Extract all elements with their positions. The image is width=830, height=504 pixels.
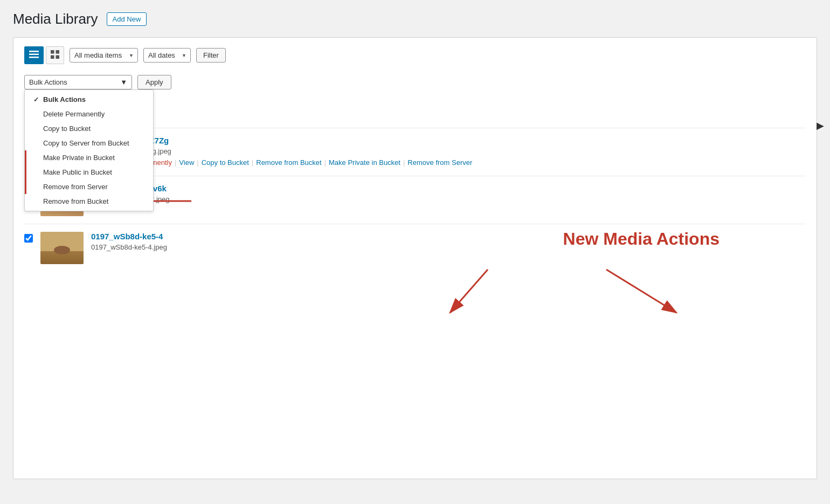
media-actions-0199: Edit | Delete Permanently | View | Copy … <box>91 158 798 167</box>
svg-rect-4 <box>56 50 60 54</box>
svg-rect-1 <box>29 54 39 56</box>
svg-line-9 <box>606 270 676 313</box>
date-filter-select[interactable]: All dates <box>143 48 191 63</box>
media-filename-0199: 0199_xlAmGyZE7Zg.jpeg <box>91 147 798 155</box>
media-item-checkbox-0197[interactable] <box>24 234 33 243</box>
chevron-down-icon: ▼ <box>120 78 127 86</box>
filter-button[interactable]: Filter <box>196 48 226 63</box>
media-title-0198[interactable]: 0198_YoadQb46v6k <box>91 184 806 193</box>
svg-rect-3 <box>51 50 54 54</box>
media-action-make-private-0199[interactable]: Make Private in Bucket <box>329 158 400 167</box>
media-filter-wrap: All media items <box>70 48 138 63</box>
media-filename-partial: ...njag.jpeg <box>91 112 806 120</box>
bulk-action-item-remove-from-bucket[interactable]: Remove from Bucket <box>25 194 153 209</box>
add-new-button[interactable]: Add New <box>107 12 147 26</box>
bulk-actions-dropdown: Bulk Actions Delete Permanently Copy to … <box>24 89 154 211</box>
media-item-0197: 0197_wSb8d-ke5-4 0197_wSb8d-ke5-4.jpeg <box>24 224 806 272</box>
bulk-action-item-remove-from-server[interactable]: Remove from Server <box>25 179 153 194</box>
media-action-remove-from-server-0199[interactable]: Remove from Server <box>407 158 472 167</box>
bulk-action-item-copy-to-server[interactable]: Copy to Server from Bucket <box>25 136 153 150</box>
bulk-action-label: Make Private in Bucket <box>43 154 115 162</box>
bulk-action-label: Copy to Server from Bucket <box>43 139 129 147</box>
bulk-action-label: Bulk Actions <box>43 95 86 103</box>
media-filename-0197: 0197_wSb8d-ke5-4.jpeg <box>91 243 806 251</box>
media-filename-0198: 0198_YoadQb46v6k.jpeg <box>91 195 806 203</box>
bulk-action-item-delete-permanently[interactable]: Delete Permanently <box>25 107 153 121</box>
bulk-dropdown-wrap: Bulk Actions ▼ Bulk Actions Delete Perma… <box>24 75 132 89</box>
grid-view-button[interactable] <box>46 46 64 64</box>
svg-line-8 <box>450 270 488 313</box>
separator: | <box>322 158 329 167</box>
media-info-partial: ...njpeg ...njag.jpeg <box>91 100 806 123</box>
bulk-actions-row: Bulk Actions ▼ Bulk Actions Delete Perma… <box>24 75 806 89</box>
toolbar-row: All media items All dates Filter <box>24 46 806 64</box>
media-filter-select[interactable]: All media items <box>70 48 138 63</box>
bulk-actions-label: Bulk Actions <box>29 78 67 86</box>
svg-rect-0 <box>29 51 39 52</box>
list-view-button[interactable] <box>24 46 44 64</box>
media-action-copy-to-bucket-0199[interactable]: Copy to Bucket <box>202 158 249 167</box>
bulk-action-label: Copy to Bucket <box>43 125 91 133</box>
bulk-actions-trigger[interactable]: Bulk Actions ▼ <box>24 75 132 89</box>
date-filter-wrap: All dates <box>143 48 191 63</box>
view-toggle <box>24 46 64 64</box>
separator: | <box>400 158 407 167</box>
bulk-action-item-make-private[interactable]: Make Private in Bucket <box>25 150 153 165</box>
bulk-action-label: Remove from Bucket <box>43 197 108 205</box>
bulk-action-item-bulk-actions[interactable]: Bulk Actions <box>25 92 153 107</box>
bulk-action-item-copy-to-bucket[interactable]: Copy to Bucket <box>25 121 153 136</box>
media-thumbnail-0197 <box>40 232 84 264</box>
bulk-action-label: Remove from Server <box>43 183 108 191</box>
media-info-0197: 0197_wSb8d-ke5-4 0197_wSb8d-ke5-4.jpeg <box>91 232 806 254</box>
media-action-view-0199[interactable]: View <box>179 158 194 167</box>
media-info-0198: 0198_YoadQb46v6k 0198_YoadQb46v6k.jpeg <box>91 184 806 206</box>
page-title: Media Library <box>13 11 98 27</box>
svg-rect-5 <box>51 56 54 59</box>
apply-button[interactable]: Apply <box>137 75 171 89</box>
media-info-0199: 0199_xlAmGyZE7Zg 0199_xlAmGyZE7Zg.jpeg E… <box>91 136 798 167</box>
media-title-0199[interactable]: 0199_xlAmGyZE7Zg <box>91 136 798 145</box>
separator: | <box>194 158 201 167</box>
separator: | <box>249 158 256 167</box>
bulk-action-label: Delete Permanently <box>43 110 105 118</box>
bulk-action-item-make-public[interactable]: Make Public in Bucket <box>25 165 153 179</box>
svg-rect-2 <box>29 57 39 58</box>
separator: | <box>172 158 179 167</box>
svg-rect-6 <box>56 56 60 59</box>
media-title-partial[interactable]: ...njpeg <box>91 100 806 109</box>
media-action-remove-from-bucket-0199[interactable]: Remove from Bucket <box>256 158 321 167</box>
bulk-action-label: Make Public in Bucket <box>43 168 112 176</box>
media-title-0197[interactable]: 0197_wSb8d-ke5-4 <box>91 232 806 241</box>
